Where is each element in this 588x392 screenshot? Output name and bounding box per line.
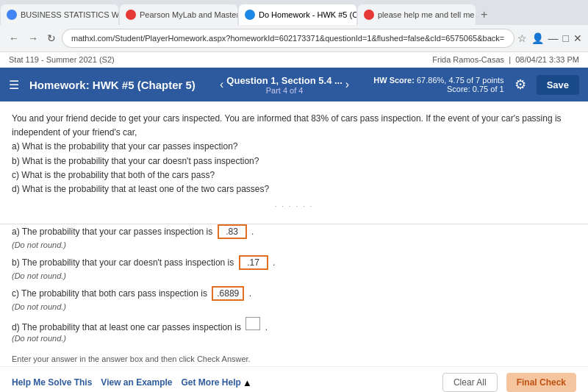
tab-3-label: Do Homework - HWK #5 (Chap... — [259, 10, 356, 19]
help-solve-button[interactable]: Help Me Solve This — [12, 377, 92, 388]
user-date: Frida Ramos-Casas | 08/04/21 3:33 PM — [432, 55, 579, 64]
answer-c-value: .6889 — [212, 286, 244, 301]
q-score-label: Score: — [447, 85, 470, 93]
tab-2-icon — [126, 10, 136, 20]
question-label: Question 1, Section 5.4 ... — [226, 75, 343, 86]
answer-c-after: . — [249, 288, 251, 299]
problem-description: You and your friend decide to get your c… — [12, 112, 576, 196]
hw-score-value: 67.86%, 4.75 of 7 points — [417, 76, 504, 85]
clear-all-button[interactable]: Clear All — [442, 373, 498, 392]
problem-main-text: You and your friend decide to get your c… — [12, 112, 576, 140]
bookmark-icon[interactable]: ☆ — [517, 32, 527, 44]
answer-a-before: a) The probability that your car passes … — [12, 227, 212, 237]
close-window-button[interactable]: ✕ — [573, 32, 582, 44]
next-question-button[interactable]: › — [345, 78, 349, 91]
answer-b-value: .17 — [239, 255, 268, 270]
question-info: Question 1, Section 5.4 ... Part 4 of 4 — [226, 75, 343, 95]
back-button[interactable]: ← — [6, 31, 22, 46]
profile-icon[interactable]: 👤 — [531, 32, 544, 44]
tab-2[interactable]: Pearson MyLab and Mastering ✕ — [120, 4, 237, 25]
address-bar[interactable] — [62, 29, 514, 48]
score-box: HW Score: 67.86%, 4.75 of 7 points Score… — [373, 76, 503, 93]
tab-3[interactable]: Do Homework - HWK #5 (Chap... ✕ — [239, 4, 356, 25]
answer-a-after: . — [251, 227, 254, 237]
enter-answer-instruction: Enter your answer in the answer box and … — [0, 349, 588, 366]
answer-row-a: a) The probability that your car passes … — [12, 224, 576, 249]
settings-gear-icon[interactable]: ⚙ — [514, 76, 526, 93]
divider: · · · · · · — [12, 202, 576, 210]
enter-answer-text: Enter your answer in the answer box and … — [12, 354, 251, 363]
answer-b-before: b) The probability that your car doesn't… — [12, 257, 234, 268]
homework-title: Homework: HWK #5 (Chapter 5) — [29, 79, 196, 91]
tab-1[interactable]: BUSINESS STATISTICS W/ MYST... ✕ — [1, 4, 118, 25]
tab-1-icon — [7, 10, 17, 20]
answer-c-before: c) The probability that both cars pass i… — [12, 288, 207, 299]
get-more-help-button[interactable]: Get More Help — [182, 377, 241, 388]
problem-part-c: c) What is the probability that both of … — [12, 168, 576, 182]
course-label: Stat 119 - Summer 2021 (S2) — [9, 55, 115, 64]
answer-c-text: c) The probability that both cars pass i… — [12, 286, 576, 301]
hamburger-icon[interactable]: ☰ — [9, 78, 19, 92]
problem-part-d: d) What is the probability that at least… — [12, 182, 576, 196]
answer-a-value: .83 — [218, 224, 247, 239]
answer-row-b: b) The probability that your car doesn't… — [12, 255, 576, 280]
tab-4[interactable]: please help me and tell me how... ✕ — [358, 4, 476, 25]
new-tab-button[interactable]: + — [476, 8, 492, 21]
forward-button[interactable]: → — [25, 31, 41, 46]
tab-2-label: Pearson MyLab and Mastering — [140, 10, 237, 19]
save-button[interactable]: Save — [537, 75, 579, 95]
answer-d-before: d) The probability that at least one car… — [12, 322, 241, 332]
dropdown-arrow-icon: ▲ — [243, 377, 252, 388]
answer-c-note: (Do not round.) — [12, 302, 576, 311]
reload-button[interactable]: ↻ — [44, 31, 59, 46]
stat-bar: Stat 119 - Summer 2021 (S2) Frida Ramos-… — [0, 52, 588, 68]
question-part: Part 4 of 4 — [226, 86, 343, 95]
final-check-button[interactable]: Final Check — [506, 373, 576, 392]
answer-a-note: (Do not round.) — [12, 240, 576, 249]
bottom-toolbar: Help Me Solve This View an Example Get M… — [0, 366, 588, 392]
answer-d-input[interactable] — [245, 317, 260, 330]
homework-header: ☰ Homework: HWK #5 (Chapter 5) ‹ Questio… — [0, 68, 588, 101]
tab-1-label: BUSINESS STATISTICS W/ MYST... — [21, 10, 118, 19]
problem-part-b: b) What is the probability that your car… — [12, 154, 576, 168]
answer-section: a) The probability that your car passes … — [0, 224, 588, 343]
username: Frida Ramos-Casas — [432, 55, 504, 64]
view-example-button[interactable]: View an Example — [101, 377, 172, 388]
question-navigation: ‹ Question 1, Section 5.4 ... Part 4 of … — [207, 75, 362, 95]
answer-row-d: d) The probability that at least one car… — [12, 317, 576, 343]
answer-b-text: b) The probability that your car doesn't… — [12, 255, 576, 270]
answer-b-note: (Do not round.) — [12, 271, 576, 280]
problem-part-a: a) What is the probability that your car… — [12, 140, 576, 154]
tab-4-label: please help me and tell me how... — [378, 10, 476, 19]
tab-4-icon — [364, 10, 374, 20]
problem-area: You and your friend decide to get your c… — [0, 101, 588, 224]
maximize-button[interactable]: □ — [563, 32, 569, 44]
answer-d-note: (Do not round.) — [12, 334, 576, 343]
answer-d-after: . — [265, 322, 268, 332]
get-more-help-dropdown[interactable]: Get More Help ▲ — [182, 377, 252, 388]
answer-b-after: . — [273, 257, 275, 268]
prev-question-button[interactable]: ‹ — [220, 78, 223, 91]
hw-score-label: HW Score: — [373, 76, 415, 85]
q-score-value: 0.75 of 1 — [473, 85, 504, 93]
answer-a-text: a) The probability that your car passes … — [12, 224, 576, 239]
tab-3-icon — [245, 10, 255, 20]
date-label: 08/04/21 3:33 PM — [515, 55, 579, 64]
answer-d-text: d) The probability that at least one car… — [12, 317, 576, 332]
minimize-button[interactable]: — — [548, 32, 559, 44]
answer-row-c: c) The probability that both cars pass i… — [12, 286, 576, 311]
